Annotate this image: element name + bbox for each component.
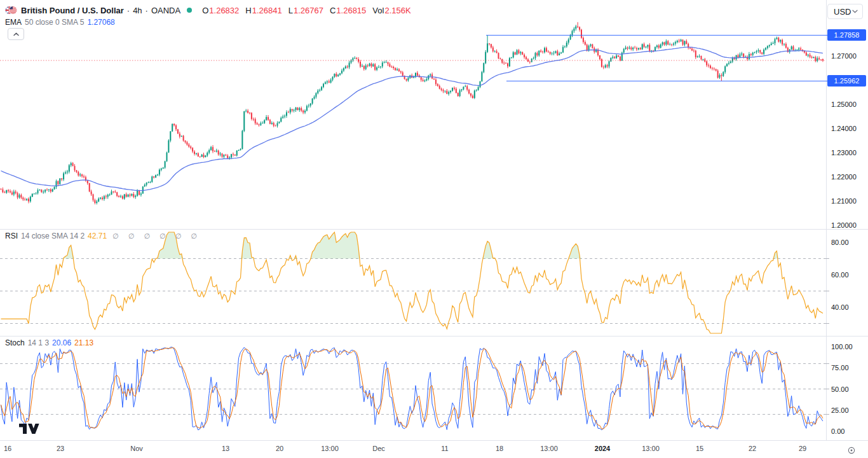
- time-axis-label: Nov: [130, 445, 143, 452]
- rsi-axis-label: 80.00: [831, 239, 849, 246]
- ema-params: 50 close 0 SMA 5: [25, 18, 84, 27]
- rsi-hidden-values: ∅ ∅ ∅ ∅ ∅ ∅: [112, 232, 201, 240]
- price-axis-label: 1.23000: [831, 149, 857, 156]
- stoch-axis-label: 75.00: [831, 364, 849, 371]
- rsi-axis-label: 60.00: [831, 271, 849, 279]
- time-axis-label: 18: [496, 445, 503, 452]
- tradingview-logo[interactable]: [19, 424, 40, 436]
- symbol-title[interactable]: British Pound / U.S. Dollar: [21, 6, 124, 15]
- currency-pair-icon: [5, 4, 17, 16]
- timezone-settings-icon[interactable]: [848, 445, 855, 457]
- time-axis-label: 20: [276, 445, 283, 452]
- rsi-params: 14 close SMA 14 2: [21, 232, 85, 240]
- time-axis-label: 2024: [595, 445, 610, 452]
- price-ray-badge[interactable]: 1.25962: [827, 75, 866, 87]
- stoch-axis-label: 50.00: [831, 385, 849, 393]
- stoch-name[interactable]: Stoch: [5, 338, 25, 347]
- stoch-k-value: 20.06: [52, 338, 71, 347]
- price-axis-label: 1.22000: [831, 173, 857, 181]
- time-axis-label: 29: [799, 445, 806, 452]
- low-value: 1.26767: [294, 6, 323, 15]
- collapse-pane-button[interactable]: [8, 28, 24, 40]
- currency-selector-value: USD: [834, 7, 851, 17]
- timeframe-label[interactable]: 4h: [133, 6, 142, 15]
- price-axis-label: 1.27000: [831, 52, 857, 60]
- low-label: L: [288, 6, 293, 15]
- price-axis-label: 1.25000: [831, 101, 857, 108]
- stoch-legend: Stoch 14 1 3 20.06 21.13: [5, 338, 93, 347]
- price-axis[interactable]: 1.280001.270001.250001.240001.230001.220…: [826, 0, 868, 440]
- price-axis-label: 1.24000: [831, 125, 857, 132]
- price-ray-badge[interactable]: 1.27858: [827, 29, 866, 41]
- high-value: 1.26841: [252, 6, 282, 15]
- time-axis-label: 16: [4, 445, 11, 452]
- rsi-legend: RSI 14 close SMA 14 2 42.71 ∅ ∅ ∅ ∅ ∅ ∅: [5, 232, 201, 240]
- ema-value: 1.27068: [87, 18, 114, 27]
- rsi-axis-label: 40.00: [831, 303, 849, 311]
- stoch-axis-label: 0.00: [831, 427, 844, 435]
- time-axis[interactable]: 1623Nov132013:00Dec111813:00202413:00152…: [0, 445, 868, 457]
- ema-name[interactable]: EMA: [5, 18, 22, 27]
- time-axis-label: 13: [222, 445, 229, 452]
- open-label: O: [202, 6, 208, 15]
- rsi-name[interactable]: RSI: [5, 232, 18, 240]
- symbol-legend: British Pound / U.S. Dollar · 4h · OANDA…: [5, 4, 411, 16]
- chevron-up-icon: [13, 32, 19, 36]
- close-label: C: [330, 6, 336, 15]
- market-status-dot: [187, 8, 192, 13]
- exchange-label[interactable]: OANDA: [151, 6, 180, 15]
- time-axis-label: 22: [749, 445, 756, 452]
- time-axis-label: 13:00: [642, 445, 660, 452]
- time-axis-label: 13:00: [540, 445, 558, 452]
- time-axis-label: 13:00: [321, 445, 339, 452]
- currency-selector[interactable]: USD: [827, 4, 863, 19]
- rsi-value: 42.71: [88, 232, 107, 240]
- chevron-down-icon: [852, 10, 858, 13]
- tradingview-chart-window: British Pound / U.S. Dollar · 4h · OANDA…: [0, 0, 868, 458]
- stoch-params: 14 1 3: [28, 338, 49, 347]
- time-axis-label: 23: [57, 445, 64, 452]
- high-label: H: [245, 6, 251, 15]
- time-axis-label: Dec: [372, 445, 385, 452]
- open-value: 1.26832: [209, 6, 239, 15]
- price-axis-label: 1.21000: [831, 197, 857, 205]
- ema-legend: EMA 50 close 0 SMA 5 1.27068: [5, 18, 115, 27]
- title-separator: ·: [127, 6, 130, 15]
- volume-label: Vol: [372, 6, 384, 15]
- volume-value: 2.156K: [384, 6, 410, 15]
- chart-canvas[interactable]: [0, 0, 868, 458]
- stoch-d-value: 21.13: [74, 338, 93, 347]
- price-axis-label: 1.20000: [831, 221, 857, 229]
- title-separator: ·: [146, 6, 148, 15]
- stoch-axis-label: 25.00: [831, 406, 849, 414]
- stoch-axis-label: 100.00: [831, 343, 853, 350]
- time-axis-label: 11: [441, 445, 448, 452]
- close-value: 1.26815: [336, 6, 366, 15]
- time-axis-label: 15: [696, 445, 703, 452]
- ohlc-values: O1.26832 H1.26841 L1.26767 C1.26815 Vol2…: [202, 6, 410, 15]
- tradingview-logo-icon: [19, 424, 40, 434]
